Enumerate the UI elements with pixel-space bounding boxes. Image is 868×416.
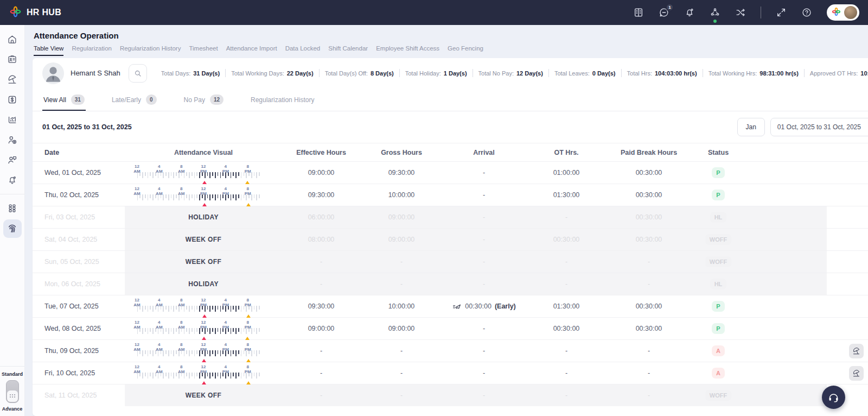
profile-menu[interactable] (827, 4, 859, 21)
cell-gross-hours: 10:00:00 (360, 295, 443, 317)
timeline-hour-label: 12AM (133, 320, 140, 330)
notification-bell-icon[interactable] (684, 7, 695, 18)
filter-tab-no-pay[interactable]: No Pay12 (183, 88, 225, 111)
cell-arrival: - (443, 340, 525, 362)
table-row: Sat, 11 Oct, 2025WEEK OFF-----WOFF (33, 384, 868, 406)
sidebar-item-apps-icon[interactable] (3, 199, 22, 218)
punch-in-marker (202, 337, 206, 340)
filter-tab-view-all[interactable]: View All31 (42, 88, 86, 111)
support-chat-button[interactable] (822, 386, 845, 409)
cell-gross-hours: 09:00:00 (360, 206, 443, 228)
stat-divider (703, 69, 703, 77)
punch-in-marker (202, 314, 207, 318)
cell-status: P (690, 318, 746, 339)
toggle-knob[interactable] (7, 390, 18, 402)
announcement-icon[interactable]: 1 (659, 7, 669, 18)
cell-paid-break: - (608, 362, 690, 384)
sidebar-item-id-card-icon[interactable] (3, 51, 22, 69)
sidebar-item-employee-chat-icon[interactable] (3, 151, 22, 169)
cell-gross-hours: 09:30:00 (360, 162, 443, 184)
cell-ot-hours: 00:30:00 (525, 318, 608, 339)
tab-data-locked[interactable]: Data Locked (285, 45, 321, 56)
cell-ot-hours: 01:30:00 (525, 184, 608, 206)
table-row: Fri, 03 Oct, 2025HOLIDAY06:00:0009:00:00… (33, 206, 868, 228)
cell-effective-hours: 06:00:00 (282, 206, 360, 228)
sidebar-item-leave-umbrella-icon[interactable] (3, 71, 22, 89)
table-row: Mon, 06 Oct, 2025HOLIDAY-----HL (33, 273, 868, 295)
main-content: Attendance Operation Table ViewRegulariz… (25, 25, 868, 416)
cell-ot-hours: 01:30:00 (525, 295, 608, 317)
timeline-hour-label: 8AM (178, 186, 184, 196)
cell-attendance-visual: WEEK OFF (125, 251, 282, 273)
user-avatar[interactable] (844, 6, 857, 19)
date-range-picker[interactable]: 01 Oct, 2025 to 31 Oct, 2025 (770, 118, 868, 136)
sidebar-item-analytics-icon[interactable] (3, 111, 22, 129)
cell-actions (827, 229, 868, 250)
cell-ot-hours: - (525, 273, 608, 295)
leave-umbrella-action-button[interactable] (849, 366, 864, 381)
filter-tab-count: 31 (71, 94, 85, 105)
fullscreen-icon[interactable] (776, 7, 787, 18)
network-status-icon[interactable] (710, 7, 720, 18)
cell-ot-hours: 00:30:00 (525, 229, 608, 250)
tab-shift-calendar[interactable]: Shift Calendar (328, 45, 368, 56)
stat-total-working-days: Total Working Days:22 Day(s) (231, 70, 314, 77)
timeline-hour-label: 8AM (178, 164, 184, 174)
cell-effective-hours: - (282, 340, 360, 362)
stat-total-day-s-off: Total Day(s) Off:8 Day(s) (325, 70, 394, 77)
timeline-hour-label: 12AM (133, 186, 140, 196)
sidebar-item-home-icon[interactable] (3, 30, 22, 49)
cell-status: WOFF (690, 251, 746, 273)
status-badge: WOFF (705, 390, 731, 401)
cell-date: Sat, 04 Oct, 2025 (33, 229, 125, 250)
sidebar-item-reminders-icon[interactable] (3, 171, 22, 190)
leave-umbrella-action-button[interactable] (849, 344, 864, 358)
punch-out-marker (246, 381, 251, 385)
filter-tab-late-early[interactable]: Late/Early0 (111, 88, 158, 111)
cell-status: P (690, 162, 746, 184)
table-header-row: DateAttendance VisualEffective HoursGros… (33, 143, 868, 161)
timeline-hour-label: 8PM (245, 164, 251, 174)
cell-gross-hours: - (360, 385, 443, 406)
col-header-arrival: Arrival (443, 143, 525, 161)
attendance-timeline: 12AM4AM8AM12PM4PM8PM (137, 342, 270, 360)
cell-date: Fri, 10 Oct, 2025 (33, 362, 125, 384)
help-icon[interactable] (801, 7, 812, 18)
navbar-actions: 1 (633, 7, 812, 18)
cell-paid-break: 00:30:00 (608, 206, 690, 228)
month-jan-button[interactable]: Jan (737, 118, 765, 136)
shuffle-icon[interactable] (735, 7, 746, 18)
filter-tab-regularization-history[interactable]: Regularization History (250, 88, 315, 111)
cell-status: A (690, 362, 746, 384)
cell-arrival: - (443, 318, 525, 339)
timeline-hour-label: 4AM (156, 364, 162, 374)
sidebar-item-fingerprint-icon[interactable] (3, 219, 22, 238)
tab-timesheet[interactable]: Timesheet (189, 45, 218, 56)
standard-advance-toggle[interactable] (6, 380, 19, 403)
tab-geo-fencing[interactable]: Geo Fencing (448, 45, 483, 56)
timeline-hour-label: 8PM (245, 342, 251, 352)
tab-attendance-import[interactable]: Attendance Import (226, 45, 277, 56)
sidebar: Standard Advance (0, 25, 25, 416)
sidebar-item-payroll-icon[interactable] (3, 91, 22, 109)
ledger-icon[interactable] (633, 7, 644, 18)
tab-table-view[interactable]: Table View (34, 45, 63, 56)
sidebar-item-add-employee-icon[interactable] (3, 131, 22, 149)
timeline-hour-label: 4PM (222, 342, 229, 352)
tab-regularization-history[interactable]: Regularization History (120, 45, 181, 56)
cell-actions (827, 251, 868, 273)
col-header-status: Status (690, 143, 746, 161)
attendance-timeline: 12AM4AM8AM12PM4PM8PM (137, 164, 270, 182)
punch-in-marker (202, 381, 206, 385)
timeline-hour-label: 4PM (222, 364, 229, 374)
timeline-hour-label: 12AM (133, 364, 140, 374)
cell-date: Fri, 03 Oct, 2025 (33, 206, 125, 228)
tab-employee-shift-access[interactable]: Employee Shift Access (376, 45, 439, 56)
cell-actions (827, 206, 868, 228)
col-header-ot-hrs: OT Hrs. (525, 143, 608, 161)
date-range-picker-value: 01 Oct, 2025 to 31 Oct, 2025 (777, 123, 861, 131)
tab-regularization[interactable]: Regularization (72, 45, 112, 56)
cell-arrival: - (443, 162, 525, 184)
stat-total-holiday: Total Holiday:1 Day(s) (405, 70, 467, 77)
employee-search-button[interactable] (129, 64, 147, 83)
